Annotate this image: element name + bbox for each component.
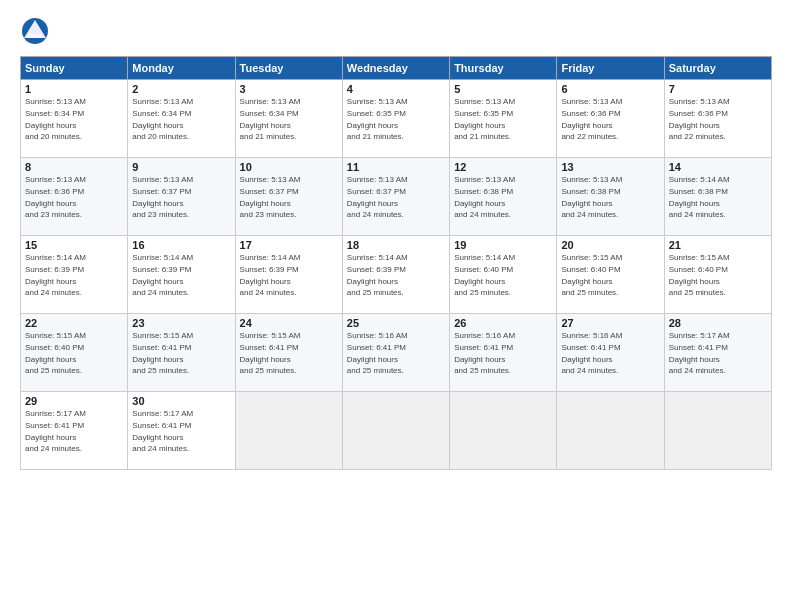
day-info: Sunrise: 5:16 AMSunset: 6:41 PMDaylight … xyxy=(454,331,515,375)
day-number: 5 xyxy=(454,83,552,95)
day-info: Sunrise: 5:13 AMSunset: 6:37 PMDaylight … xyxy=(240,175,301,219)
calendar-header: SundayMondayTuesdayWednesdayThursdayFrid… xyxy=(21,57,772,80)
day-number: 20 xyxy=(561,239,659,251)
day-number: 17 xyxy=(240,239,338,251)
day-cell-23: 23 Sunrise: 5:15 AMSunset: 6:41 PMDaylig… xyxy=(128,314,235,392)
day-number: 8 xyxy=(25,161,123,173)
day-info: Sunrise: 5:17 AMSunset: 6:41 PMDaylight … xyxy=(25,409,86,453)
day-number: 12 xyxy=(454,161,552,173)
day-info: Sunrise: 5:13 AMSunset: 6:38 PMDaylight … xyxy=(454,175,515,219)
day-cell-20: 20 Sunrise: 5:15 AMSunset: 6:40 PMDaylig… xyxy=(557,236,664,314)
day-number: 23 xyxy=(132,317,230,329)
day-number: 16 xyxy=(132,239,230,251)
day-info: Sunrise: 5:13 AMSunset: 6:36 PMDaylight … xyxy=(25,175,86,219)
day-number: 21 xyxy=(669,239,767,251)
empty-cell xyxy=(235,392,342,470)
header-cell-friday: Friday xyxy=(557,57,664,80)
page: SundayMondayTuesdayWednesdayThursdayFrid… xyxy=(0,0,792,612)
day-cell-18: 18 Sunrise: 5:14 AMSunset: 6:39 PMDaylig… xyxy=(342,236,449,314)
day-cell-13: 13 Sunrise: 5:13 AMSunset: 6:38 PMDaylig… xyxy=(557,158,664,236)
empty-cell xyxy=(664,392,771,470)
header-cell-thursday: Thursday xyxy=(450,57,557,80)
day-cell-24: 24 Sunrise: 5:15 AMSunset: 6:41 PMDaylig… xyxy=(235,314,342,392)
day-number: 7 xyxy=(669,83,767,95)
day-number: 2 xyxy=(132,83,230,95)
day-info: Sunrise: 5:17 AMSunset: 6:41 PMDaylight … xyxy=(669,331,730,375)
day-number: 13 xyxy=(561,161,659,173)
day-cell-25: 25 Sunrise: 5:16 AMSunset: 6:41 PMDaylig… xyxy=(342,314,449,392)
day-info: Sunrise: 5:13 AMSunset: 6:35 PMDaylight … xyxy=(347,97,408,141)
day-cell-15: 15 Sunrise: 5:14 AMSunset: 6:39 PMDaylig… xyxy=(21,236,128,314)
day-info: Sunrise: 5:13 AMSunset: 6:37 PMDaylight … xyxy=(347,175,408,219)
week-row-5: 29 Sunrise: 5:17 AMSunset: 6:41 PMDaylig… xyxy=(21,392,772,470)
day-info: Sunrise: 5:13 AMSunset: 6:34 PMDaylight … xyxy=(25,97,86,141)
day-info: Sunrise: 5:15 AMSunset: 6:40 PMDaylight … xyxy=(669,253,730,297)
day-info: Sunrise: 5:14 AMSunset: 6:39 PMDaylight … xyxy=(25,253,86,297)
day-info: Sunrise: 5:16 AMSunset: 6:41 PMDaylight … xyxy=(561,331,622,375)
day-number: 19 xyxy=(454,239,552,251)
day-info: Sunrise: 5:13 AMSunset: 6:34 PMDaylight … xyxy=(240,97,301,141)
day-number: 9 xyxy=(132,161,230,173)
day-info: Sunrise: 5:15 AMSunset: 6:40 PMDaylight … xyxy=(561,253,622,297)
day-number: 27 xyxy=(561,317,659,329)
day-info: Sunrise: 5:13 AMSunset: 6:34 PMDaylight … xyxy=(132,97,193,141)
day-cell-11: 11 Sunrise: 5:13 AMSunset: 6:37 PMDaylig… xyxy=(342,158,449,236)
svg-rect-2 xyxy=(28,34,42,38)
day-number: 22 xyxy=(25,317,123,329)
day-cell-10: 10 Sunrise: 5:13 AMSunset: 6:37 PMDaylig… xyxy=(235,158,342,236)
day-cell-5: 5 Sunrise: 5:13 AMSunset: 6:35 PMDayligh… xyxy=(450,80,557,158)
day-info: Sunrise: 5:14 AMSunset: 6:38 PMDaylight … xyxy=(669,175,730,219)
day-number: 1 xyxy=(25,83,123,95)
empty-cell xyxy=(450,392,557,470)
calendar-body: 1 Sunrise: 5:13 AMSunset: 6:34 PMDayligh… xyxy=(21,80,772,470)
day-cell-22: 22 Sunrise: 5:15 AMSunset: 6:40 PMDaylig… xyxy=(21,314,128,392)
day-cell-21: 21 Sunrise: 5:15 AMSunset: 6:40 PMDaylig… xyxy=(664,236,771,314)
day-info: Sunrise: 5:13 AMSunset: 6:35 PMDaylight … xyxy=(454,97,515,141)
day-number: 28 xyxy=(669,317,767,329)
header-cell-wednesday: Wednesday xyxy=(342,57,449,80)
day-cell-29: 29 Sunrise: 5:17 AMSunset: 6:41 PMDaylig… xyxy=(21,392,128,470)
day-number: 14 xyxy=(669,161,767,173)
day-cell-4: 4 Sunrise: 5:13 AMSunset: 6:35 PMDayligh… xyxy=(342,80,449,158)
day-info: Sunrise: 5:14 AMSunset: 6:39 PMDaylight … xyxy=(347,253,408,297)
day-info: Sunrise: 5:13 AMSunset: 6:37 PMDaylight … xyxy=(132,175,193,219)
day-info: Sunrise: 5:14 AMSunset: 6:40 PMDaylight … xyxy=(454,253,515,297)
day-info: Sunrise: 5:14 AMSunset: 6:39 PMDaylight … xyxy=(132,253,193,297)
empty-cell xyxy=(342,392,449,470)
header-row: SundayMondayTuesdayWednesdayThursdayFrid… xyxy=(21,57,772,80)
day-cell-26: 26 Sunrise: 5:16 AMSunset: 6:41 PMDaylig… xyxy=(450,314,557,392)
day-cell-30: 30 Sunrise: 5:17 AMSunset: 6:41 PMDaylig… xyxy=(128,392,235,470)
day-info: Sunrise: 5:16 AMSunset: 6:41 PMDaylight … xyxy=(347,331,408,375)
header-cell-saturday: Saturday xyxy=(664,57,771,80)
logo xyxy=(20,16,54,46)
day-info: Sunrise: 5:14 AMSunset: 6:39 PMDaylight … xyxy=(240,253,301,297)
day-cell-2: 2 Sunrise: 5:13 AMSunset: 6:34 PMDayligh… xyxy=(128,80,235,158)
day-cell-17: 17 Sunrise: 5:14 AMSunset: 6:39 PMDaylig… xyxy=(235,236,342,314)
header-cell-monday: Monday xyxy=(128,57,235,80)
day-info: Sunrise: 5:15 AMSunset: 6:40 PMDaylight … xyxy=(25,331,86,375)
day-cell-27: 27 Sunrise: 5:16 AMSunset: 6:41 PMDaylig… xyxy=(557,314,664,392)
day-cell-28: 28 Sunrise: 5:17 AMSunset: 6:41 PMDaylig… xyxy=(664,314,771,392)
calendar: SundayMondayTuesdayWednesdayThursdayFrid… xyxy=(20,56,772,470)
day-number: 15 xyxy=(25,239,123,251)
day-cell-6: 6 Sunrise: 5:13 AMSunset: 6:36 PMDayligh… xyxy=(557,80,664,158)
day-cell-9: 9 Sunrise: 5:13 AMSunset: 6:37 PMDayligh… xyxy=(128,158,235,236)
empty-cell xyxy=(557,392,664,470)
day-number: 10 xyxy=(240,161,338,173)
week-row-1: 1 Sunrise: 5:13 AMSunset: 6:34 PMDayligh… xyxy=(21,80,772,158)
week-row-3: 15 Sunrise: 5:14 AMSunset: 6:39 PMDaylig… xyxy=(21,236,772,314)
week-row-2: 8 Sunrise: 5:13 AMSunset: 6:36 PMDayligh… xyxy=(21,158,772,236)
day-number: 26 xyxy=(454,317,552,329)
week-row-4: 22 Sunrise: 5:15 AMSunset: 6:40 PMDaylig… xyxy=(21,314,772,392)
day-number: 24 xyxy=(240,317,338,329)
day-info: Sunrise: 5:13 AMSunset: 6:36 PMDaylight … xyxy=(669,97,730,141)
day-cell-1: 1 Sunrise: 5:13 AMSunset: 6:34 PMDayligh… xyxy=(21,80,128,158)
day-info: Sunrise: 5:15 AMSunset: 6:41 PMDaylight … xyxy=(240,331,301,375)
day-cell-8: 8 Sunrise: 5:13 AMSunset: 6:36 PMDayligh… xyxy=(21,158,128,236)
day-number: 30 xyxy=(132,395,230,407)
day-info: Sunrise: 5:15 AMSunset: 6:41 PMDaylight … xyxy=(132,331,193,375)
day-number: 11 xyxy=(347,161,445,173)
day-info: Sunrise: 5:13 AMSunset: 6:38 PMDaylight … xyxy=(561,175,622,219)
day-number: 25 xyxy=(347,317,445,329)
day-number: 18 xyxy=(347,239,445,251)
